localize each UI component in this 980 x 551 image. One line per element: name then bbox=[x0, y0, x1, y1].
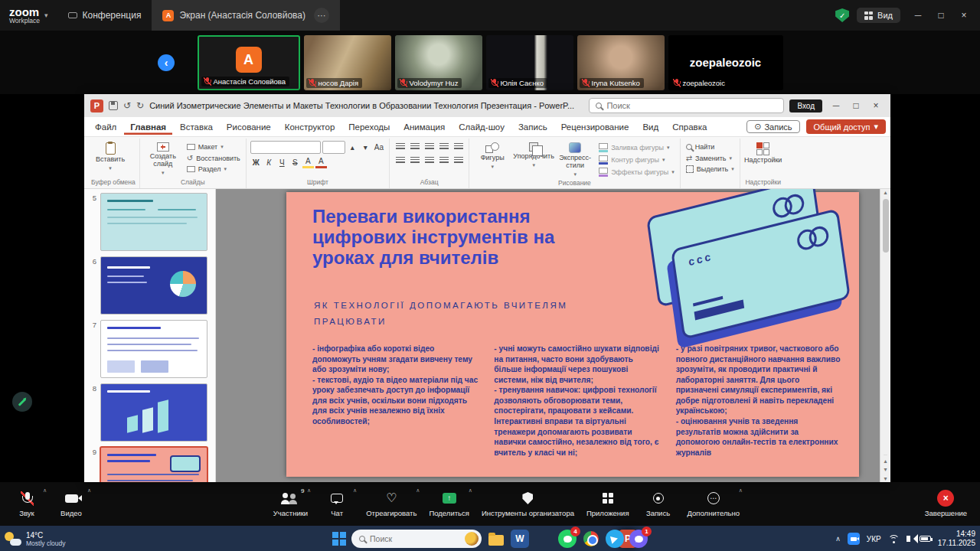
replace-button[interactable]: ⇄ Заменить ▾ bbox=[684, 153, 736, 163]
weather-widget[interactable]: 14°C Mostly cloudy bbox=[5, 531, 66, 547]
participant-tile[interactable]: zoepaleozoic zoepaleozoic bbox=[668, 35, 783, 90]
numbering-button[interactable] bbox=[408, 141, 421, 152]
slide-thumb-row[interactable]: 7 bbox=[87, 320, 212, 378]
text-direction-button[interactable] bbox=[452, 141, 465, 152]
security-shield-icon[interactable]: ✓ bbox=[835, 8, 849, 22]
font-size-combobox[interactable] bbox=[322, 141, 345, 154]
apps-button[interactable]: Приложения bbox=[581, 482, 635, 526]
tab-view[interactable]: Вид bbox=[636, 119, 665, 135]
telegram-icon[interactable] bbox=[606, 530, 624, 548]
record-meeting-button[interactable]: Запись bbox=[636, 482, 681, 526]
chrome-icon[interactable] bbox=[582, 530, 600, 548]
slide-thumb-row[interactable]: 8 bbox=[87, 383, 212, 442]
slide-thumb-row[interactable]: 9 bbox=[87, 447, 212, 482]
taskbar-search-input[interactable] bbox=[370, 534, 460, 543]
tab-record[interactable]: Запись bbox=[512, 119, 554, 135]
find-button[interactable]: Найти bbox=[684, 142, 736, 152]
align-right-button[interactable] bbox=[423, 155, 436, 166]
tab-transitions[interactable]: Переходы bbox=[342, 119, 396, 135]
end-meeting-button[interactable]: × Завершение bbox=[920, 482, 972, 526]
chat-button[interactable]: ∧ Чат bbox=[315, 482, 359, 526]
ppt-restore-button[interactable]: □ bbox=[848, 97, 864, 114]
participant-tile[interactable]: Volodymyr Huz bbox=[395, 35, 482, 90]
bullets-button[interactable] bbox=[394, 141, 407, 152]
audio-button[interactable]: ∧ Звук bbox=[5, 482, 49, 526]
paste-button[interactable]: Вставить ▾ bbox=[91, 141, 129, 171]
chevron-up-icon[interactable]: ∧ bbox=[739, 487, 743, 494]
wifi-icon[interactable] bbox=[888, 535, 900, 543]
chevron-up-icon[interactable]: ∧ bbox=[469, 487, 472, 494]
whatsapp-icon[interactable]: 4 bbox=[558, 530, 577, 548]
underline-button[interactable]: Ч bbox=[276, 156, 288, 168]
tab-animations[interactable]: Анимация bbox=[397, 119, 451, 135]
viber-icon[interactable]: 1 bbox=[629, 530, 648, 548]
bold-button[interactable]: Ж bbox=[250, 156, 262, 168]
video-button[interactable]: ∧ Видео bbox=[49, 482, 93, 526]
participant-tile[interactable]: А Анастасія Соловйова bbox=[198, 35, 300, 90]
slide-column-1[interactable]: - інфографіка або короткі відео допоможу… bbox=[312, 344, 479, 458]
arrange-button[interactable]: Упорядочить ▾ bbox=[514, 141, 553, 168]
tab-home[interactable]: Главная bbox=[124, 119, 172, 135]
slide-thumbnail[interactable] bbox=[100, 320, 207, 378]
slide-thumbnail[interactable] bbox=[100, 193, 207, 251]
share-screen-button[interactable]: ∧ ↑ Поделиться bbox=[423, 482, 474, 526]
chevron-up-icon[interactable]: ∧ bbox=[416, 487, 420, 494]
align-left-button[interactable] bbox=[394, 155, 407, 166]
quick-styles-button[interactable]: Экспресс-стили ▾ bbox=[556, 141, 594, 177]
shape-fill-button[interactable]: Заливка фигуры ▾ bbox=[597, 142, 676, 153]
tab-shared-screen[interactable]: А Экран (Анастасія Соловйова) ⋯ bbox=[152, 0, 340, 31]
slide-thumbnail[interactable] bbox=[100, 256, 207, 315]
battery-icon[interactable] bbox=[920, 536, 931, 542]
close-button[interactable]: × bbox=[954, 5, 974, 25]
current-slide[interactable]: Переваги використання цифрових інструмен… bbox=[286, 192, 859, 477]
select-button[interactable]: Выделить ▾ bbox=[684, 165, 736, 174]
tab-more-icon[interactable]: ⋯ bbox=[314, 8, 329, 23]
slide-thumb-row[interactable]: 5 bbox=[87, 193, 212, 251]
tab-file[interactable]: Файл bbox=[89, 119, 122, 135]
participant-tile[interactable]: Юлія Саєнко bbox=[486, 35, 573, 90]
editor-scrollbar[interactable]: ▴ ▴ ▾ ▾ bbox=[880, 189, 890, 482]
grow-font-button[interactable]: ▴ bbox=[347, 142, 358, 154]
undo-icon[interactable]: ↺ bbox=[123, 100, 131, 111]
addins-button[interactable]: Надстройки bbox=[744, 141, 782, 165]
clock[interactable]: 14:49 17.11.2025 bbox=[938, 530, 975, 549]
line-spacing-button[interactable] bbox=[452, 155, 465, 166]
font-color-button[interactable]: А bbox=[315, 156, 327, 168]
view-button[interactable]: Вид bbox=[857, 8, 900, 23]
new-slide-button[interactable]: Создать слайд ▾ bbox=[144, 141, 182, 175]
shape-effects-button[interactable]: Эффекты фигуры ▾ bbox=[597, 167, 676, 178]
slide-subtitle[interactable]: ЯК ТЕХНОЛОГІЇ ДОПОМАГАЮТЬ ВЧИТЕЛЯМ ПРАЦЮ… bbox=[314, 298, 597, 329]
annotate-button[interactable] bbox=[12, 392, 32, 412]
ppt-close-button[interactable]: × bbox=[867, 97, 884, 114]
previous-slide-icon[interactable]: ▴ bbox=[884, 458, 887, 465]
slide-editor[interactable]: Переваги використання цифрових інструмен… bbox=[216, 189, 880, 482]
chevron-up-icon[interactable]: ∧ bbox=[353, 487, 357, 494]
ppt-minimize-button[interactable]: ─ bbox=[828, 97, 844, 114]
slide-thumb-row[interactable]: 6 bbox=[87, 256, 212, 315]
volume-icon[interactable] bbox=[906, 536, 910, 542]
start-button[interactable] bbox=[332, 532, 346, 546]
strikethrough-button[interactable]: S bbox=[289, 156, 301, 168]
next-slide-icon[interactable]: ▾ bbox=[884, 466, 887, 473]
chevron-up-icon[interactable]: ∧ bbox=[43, 487, 47, 494]
chevron-down-icon[interactable]: ▾ bbox=[44, 11, 48, 19]
change-case-button[interactable]: Аа bbox=[373, 142, 385, 154]
italic-button[interactable]: К bbox=[263, 156, 275, 168]
participant-tile[interactable]: Iryna Kutsenko bbox=[577, 35, 665, 90]
text-highlight-button[interactable]: А bbox=[302, 156, 314, 168]
maximize-button[interactable]: □ bbox=[931, 5, 951, 25]
scroll-down-icon[interactable]: ▾ bbox=[884, 475, 887, 482]
host-tools-button[interactable]: Инструменты организатора bbox=[476, 482, 580, 526]
word-icon[interactable]: W bbox=[511, 530, 529, 548]
sign-in-button[interactable]: Вход bbox=[789, 99, 822, 112]
taskbar-search[interactable] bbox=[351, 530, 482, 548]
more-button[interactable]: ∧ ⋯ Дополнительно bbox=[682, 482, 745, 526]
hidden-icons-chevron[interactable]: ∧ bbox=[835, 535, 841, 543]
tab-help[interactable]: Справка bbox=[666, 119, 713, 135]
save-icon[interactable] bbox=[109, 101, 118, 110]
participant-tile[interactable]: носов Дарія bbox=[304, 35, 391, 90]
slide-thumbnail[interactable] bbox=[100, 383, 207, 442]
file-explorer-icon[interactable] bbox=[487, 530, 505, 548]
participants-button[interactable]: ∧ 9 Участники bbox=[268, 482, 313, 526]
scrollbar-thumb[interactable] bbox=[883, 199, 889, 253]
